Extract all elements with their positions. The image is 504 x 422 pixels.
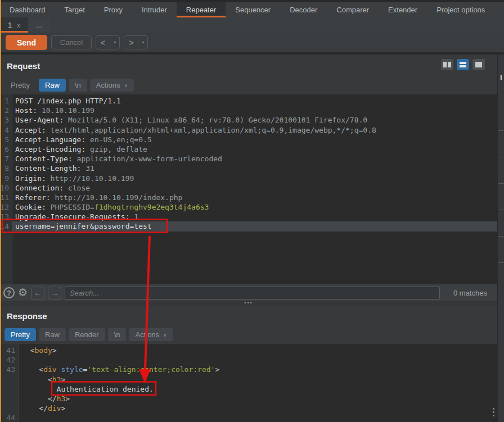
chevron-down-icon: ∨ bbox=[124, 83, 128, 88]
line-number: 13 bbox=[0, 212, 12, 221]
line-number: 14 bbox=[0, 221, 12, 231]
line-number: 42 bbox=[0, 355, 19, 365]
code-line: 3User-Agent: Mozilla/5.0 (X11; Linux x86… bbox=[0, 115, 497, 125]
repeater-tab-bar: 1x... bbox=[0, 17, 504, 33]
code-line: 42 bbox=[0, 355, 497, 365]
code-line: 1POST /index.php HTTP/1.1 bbox=[0, 96, 497, 106]
tab-n[interactable]: \n bbox=[69, 79, 87, 92]
drag-handle-icon: ••• bbox=[0, 301, 497, 305]
repeater-tab-1[interactable]: 1x bbox=[0, 17, 28, 33]
code-line: 44 bbox=[0, 413, 497, 422]
response-panel-title: Response bbox=[7, 311, 47, 321]
code-line: 13Upgrade-Insecure-Requests: 1 bbox=[0, 212, 497, 221]
forward-button[interactable]: > ▾ bbox=[124, 35, 148, 49]
cancel-button[interactable]: Cancel bbox=[51, 35, 92, 49]
code-line: 7Content-Type: application/x-www-form-ur… bbox=[0, 154, 497, 164]
back-button[interactable]: < ▾ bbox=[96, 35, 120, 49]
forward-dropdown-icon[interactable]: ▾ bbox=[138, 36, 147, 49]
menu-item-extender[interactable]: Extender bbox=[379, 2, 427, 17]
inspector-panel-collapsed[interactable]: I bbox=[497, 55, 504, 422]
menu-item-intruder[interactable]: Intruder bbox=[132, 2, 177, 17]
line-number bbox=[0, 403, 19, 413]
line-number: 1 bbox=[0, 96, 12, 106]
request-panel-title: Request bbox=[7, 61, 40, 71]
line-number: 2 bbox=[0, 106, 12, 115]
gear-icon[interactable]: ⚙ bbox=[18, 287, 28, 298]
code-line: 10Connection: close bbox=[0, 183, 497, 193]
line-number: 4 bbox=[0, 125, 12, 135]
help-icon[interactable]: ? bbox=[3, 287, 15, 298]
inspector-drag-handle-icon[interactable] bbox=[493, 408, 494, 416]
tab-n[interactable]: \n bbox=[108, 328, 127, 341]
search-input[interactable] bbox=[65, 287, 440, 300]
code-line: Authentication denied. bbox=[0, 384, 497, 394]
response-panel-header: Response PrettyRawRender\nActions∨ bbox=[0, 306, 497, 344]
single-pane-icon bbox=[475, 62, 482, 67]
search-next-button[interactable]: → bbox=[48, 287, 61, 300]
close-tab-icon[interactable]: x bbox=[17, 22, 20, 29]
menu-item-repeater[interactable]: Repeater bbox=[177, 2, 226, 17]
line-number: 3 bbox=[0, 115, 12, 125]
layout-rows-button[interactable] bbox=[457, 59, 469, 70]
line-number: 9 bbox=[0, 174, 12, 183]
code-line: 12Cookie: PHPSESSID=f1dhogtrnghv9e2eq3t4… bbox=[0, 202, 497, 212]
line-number: 12 bbox=[0, 202, 12, 212]
back-icon: < bbox=[96, 36, 110, 49]
repeater-toolbar: Send Cancel < ▾ > ▾ bbox=[0, 33, 504, 52]
code-line: 43 <div style='text-align:center;color:r… bbox=[0, 365, 497, 374]
line-number: 6 bbox=[0, 144, 12, 154]
code-line: 4Accept: text/html,application/xhtml+xml… bbox=[0, 125, 497, 135]
menu-bar: DashboardTargetProxyIntruderRepeaterSequ… bbox=[0, 2, 504, 17]
request-search-bar: ? ⚙ ← → 0 matches bbox=[0, 284, 497, 301]
rows-icon bbox=[460, 62, 466, 67]
layout-single-button[interactable] bbox=[472, 59, 485, 70]
line-number: 11 bbox=[0, 193, 12, 202]
tab-actions[interactable]: Actions∨ bbox=[129, 328, 173, 341]
code-line: 11Referer: http://10.10.10.199/index.php bbox=[0, 193, 497, 202]
forward-icon: > bbox=[124, 36, 138, 49]
tab-actions[interactable]: Actions∨ bbox=[90, 79, 134, 92]
tab-pretty[interactable]: Pretty bbox=[4, 328, 36, 341]
code-line: 8Content-Length: 31 bbox=[0, 164, 497, 173]
search-match-count: 0 matches bbox=[443, 289, 494, 297]
menu-item-dashboard[interactable]: Dashboard bbox=[0, 2, 55, 17]
code-line: <h3> bbox=[0, 375, 497, 384]
code-line: 6Accept-Encoding: gzip, deflate bbox=[0, 144, 497, 154]
request-editor[interactable]: 1POST /index.php HTTP/1.12Host: 10.10.10… bbox=[0, 94, 497, 284]
response-editor[interactable]: 41 <body>4243 <div style='text-align:cen… bbox=[0, 344, 497, 422]
response-lines: 41 <body>4243 <div style='text-align:cen… bbox=[0, 346, 497, 422]
menu-item-project-options[interactable]: Project options bbox=[427, 2, 494, 17]
line-number: 7 bbox=[0, 154, 12, 164]
tab-pretty[interactable]: Pretty bbox=[4, 79, 36, 92]
menu-item-target[interactable]: Target bbox=[55, 2, 94, 17]
search-prev-button[interactable]: ← bbox=[31, 287, 44, 300]
panel-split-divider[interactable]: ••• bbox=[0, 301, 497, 306]
code-line: 2Host: 10.10.10.199 bbox=[0, 106, 497, 115]
burp-repeater-window: DashboardTargetProxyIntruderRepeaterSequ… bbox=[0, 0, 504, 422]
code-line: </div> bbox=[0, 403, 497, 413]
line-number: 8 bbox=[0, 164, 12, 173]
inspector-title: I bbox=[498, 55, 504, 81]
back-dropdown-icon[interactable]: ▾ bbox=[110, 36, 119, 49]
menu-item-comparer[interactable]: Comparer bbox=[327, 2, 379, 17]
send-button[interactable]: Send bbox=[6, 35, 47, 50]
columns-icon bbox=[443, 62, 447, 67]
request-panel-header: Request PrettyRaw\nActions∨ bbox=[0, 55, 497, 94]
arrow-right-icon: → bbox=[51, 288, 58, 297]
chevron-down-icon: ∨ bbox=[163, 332, 167, 338]
line-number: 43 bbox=[0, 365, 19, 374]
line-number: 41 bbox=[0, 346, 19, 355]
main-area: Request PrettyRaw\nActions∨ 1POST /index… bbox=[0, 55, 497, 422]
menu-item-decoder[interactable]: Decoder bbox=[280, 2, 327, 17]
layout-columns-button[interactable] bbox=[441, 59, 453, 70]
menu-item-sequencer[interactable]: Sequencer bbox=[226, 2, 280, 17]
tab-raw[interactable]: Raw bbox=[39, 328, 66, 341]
arrow-left-icon: ← bbox=[34, 288, 42, 297]
line-number bbox=[0, 394, 19, 403]
tab-render[interactable]: Render bbox=[69, 328, 105, 341]
code-line: 9Origin: http://10.10.10.199 bbox=[0, 174, 497, 183]
code-line: 14username=jennifer&password=test bbox=[0, 221, 497, 231]
menu-item-proxy[interactable]: Proxy bbox=[94, 2, 132, 17]
tab-raw[interactable]: Raw bbox=[39, 79, 66, 92]
repeater-tab-more[interactable]: ... bbox=[28, 17, 50, 33]
